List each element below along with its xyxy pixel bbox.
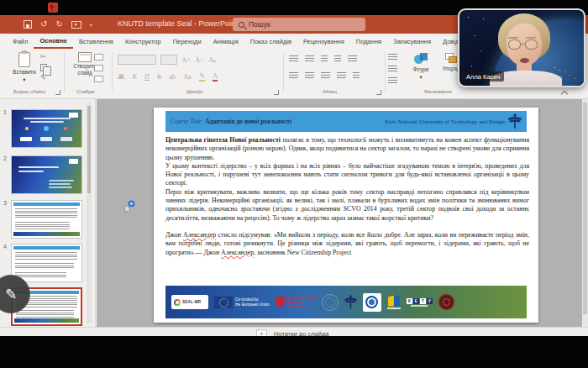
qat-customize-caret-icon[interactable]: ▾	[90, 22, 92, 28]
slide-body-text[interactable]: Центральна гіпотеза Нової реальності пол…	[165, 136, 529, 257]
thumbnail-scrollbar[interactable]	[87, 103, 92, 323]
layout-icon[interactable]	[94, 54, 103, 60]
slide-canvas[interactable]: Course Title: Адаптація до нової реально…	[154, 108, 538, 323]
tab-design[interactable]: Конструктор	[119, 34, 167, 48]
highlight-color-button[interactable]: ✎	[199, 71, 205, 81]
letter-blocks-logo: К Е Т У	[407, 298, 433, 307]
shrink-font-icon[interactable]: A˅	[195, 55, 204, 64]
international-university-logo: INTERNATIONAL BALKAN UNIVERSITY	[276, 296, 316, 308]
clipboard-dialog-launcher-icon[interactable]	[55, 90, 60, 95]
group-label-drawing: Малювання	[424, 89, 452, 94]
presenter-brow-left	[508, 37, 518, 39]
align-text-icon[interactable]	[388, 66, 397, 73]
p4-seg1: Джон	[165, 231, 183, 239]
presenter-mouth	[520, 58, 529, 63]
decrease-indent-icon[interactable]	[321, 55, 328, 63]
reset-slide-icon[interactable]	[94, 65, 103, 71]
tab-recording[interactable]: Записування	[387, 34, 437, 48]
group-label-paragraph: Абзац	[323, 89, 337, 94]
paste-label: Вставити	[13, 69, 36, 75]
thumb-number-1: 1	[3, 109, 7, 115]
clipboard-icon	[18, 52, 30, 67]
collaboration-cursor-icon	[122, 200, 135, 215]
p4-seg3: , засновник New Citizenship Project	[254, 249, 351, 256]
align-center-icon[interactable]	[305, 72, 314, 80]
tab-home[interactable]: Основне	[34, 34, 72, 49]
save-icon[interactable]	[24, 20, 32, 29]
tab-insert[interactable]: Вставлення	[73, 34, 119, 48]
align-right-icon[interactable]	[321, 72, 330, 80]
editor-scrollbar-thumb[interactable]	[583, 103, 587, 314]
text-effects-button[interactable]: ab	[169, 72, 176, 81]
format-painter-icon[interactable]: ✎	[40, 75, 47, 81]
slide-thumbnail-2[interactable]	[11, 155, 82, 194]
columns-icon[interactable]	[353, 72, 360, 80]
justify-icon[interactable]	[337, 72, 346, 80]
paste-button[interactable]: Вставити ▾	[10, 52, 39, 89]
presenter-brow-right	[526, 37, 536, 39]
change-case-button[interactable]: Aa	[183, 72, 192, 81]
slide-thumbnail-4[interactable]	[11, 244, 82, 282]
group-divider	[283, 52, 284, 92]
tab-animations[interactable]: Анімація	[207, 34, 244, 48]
group-divider	[385, 52, 386, 92]
tab-file[interactable]: Файл	[7, 34, 34, 48]
copy-icon[interactable]	[40, 64, 47, 71]
meeting-bottom-bar	[0, 336, 588, 368]
collapse-ribbon-icon[interactable]	[561, 91, 568, 95]
paste-caret-icon: ▾	[23, 76, 25, 83]
grow-font-icon[interactable]: A˄	[181, 55, 191, 64]
undo-icon[interactable]: ↺	[40, 20, 47, 29]
block-letter-1: К	[407, 298, 412, 304]
numbering-icon[interactable]	[305, 55, 314, 63]
eu-flag-icon	[214, 297, 233, 308]
font-color-button[interactable]: A	[213, 71, 218, 81]
italic-button[interactable]: К	[132, 72, 137, 81]
group-label-slides: Слайди	[76, 89, 94, 94]
font-controls-row1: A˄ A˅ Aₚ	[118, 55, 217, 65]
font-dialog-launcher-icon[interactable]	[274, 90, 279, 95]
meeting-app-icon[interactable]	[48, 3, 58, 13]
tab-view[interactable]: Подання	[350, 34, 387, 48]
shapes-icon	[414, 53, 428, 65]
convert-smartart-icon[interactable]	[388, 77, 397, 85]
redo-icon[interactable]: ↻	[55, 20, 62, 29]
eu-cofunded-logo: Co-funded by the European Union	[214, 297, 270, 308]
clear-formatting-icon[interactable]: Aₚ	[208, 55, 217, 64]
start-slideshow-icon[interactable]	[71, 21, 81, 29]
paragraph-dialog-launcher-icon[interactable]	[376, 90, 381, 95]
line-spacing-icon[interactable]	[348, 55, 357, 63]
align-left-icon[interactable]	[289, 72, 298, 80]
quick-access-toolbar: ↺ ↻ ▾	[24, 15, 92, 34]
increase-indent-icon[interactable]	[334, 55, 341, 63]
slide-thumbnail-3[interactable]	[11, 200, 82, 239]
thumbnail-scrollbar-thumb[interactable]	[87, 106, 91, 193]
eu-text-line2: the European Union	[235, 302, 270, 308]
partner-logos-strip: SEAL-MR Co-funded by the European Union	[165, 286, 527, 318]
font-size-combobox[interactable]	[160, 55, 177, 65]
knutd-footer-logo-icon	[344, 292, 357, 313]
cut-icon[interactable]: ✂	[40, 54, 47, 60]
shapes-label: Фігури	[413, 66, 429, 72]
p4-spellcheck-name-1: Александер	[183, 231, 216, 239]
new-slide-icon	[78, 52, 92, 62]
tab-transitions[interactable]: Переходи	[167, 34, 207, 48]
text-direction-icon[interactable]	[388, 54, 397, 61]
pencil-icon: ✎	[5, 286, 17, 303]
search-input[interactable]: Пошук	[233, 18, 365, 31]
bullets-icon[interactable]	[289, 55, 298, 63]
paragraph-1: Центральна гіпотеза Нової реальності пол…	[165, 136, 529, 162]
bold-button[interactable]: Ж	[118, 72, 124, 81]
tab-slideshow[interactable]: Показ слайдів	[244, 34, 297, 48]
slide-thumbnail-1[interactable]	[11, 109, 82, 148]
shapes-button[interactable]: Фігури ▾	[408, 53, 433, 90]
editor-vertical-scrollbar[interactable]	[582, 99, 588, 327]
section-icon[interactable]	[94, 76, 103, 82]
glasses-bridge	[520, 44, 526, 45]
round-emblem-logo	[363, 293, 381, 312]
underline-button[interactable]: П	[144, 72, 150, 81]
presenter-webcam[interactable]: Алла Касич	[458, 8, 585, 87]
font-name-combobox[interactable]	[118, 55, 156, 65]
tab-review[interactable]: Рецензування	[297, 34, 350, 48]
strikethrough-button[interactable]: S	[157, 72, 161, 81]
